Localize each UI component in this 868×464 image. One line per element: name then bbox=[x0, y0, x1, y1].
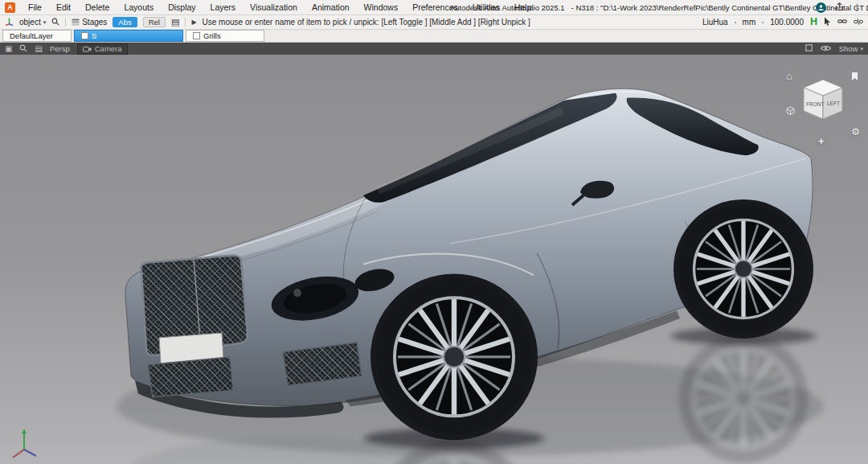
hypershot-badge-icon[interactable]: H bbox=[810, 17, 817, 27]
menu-layouts[interactable]: Layouts bbox=[117, 2, 161, 12]
layer-label: DefaultLayer bbox=[10, 31, 53, 40]
viewport-header: ▣ ▤ Persp Camera Show ▾ bbox=[0, 43, 868, 55]
viewcube[interactable]: FRONT LEFT bbox=[800, 77, 845, 124]
caret-down-icon: ▾ bbox=[43, 19, 47, 26]
separator-dot bbox=[762, 22, 764, 23]
layer-tab-s-selected[interactable]: S bbox=[74, 30, 183, 42]
menu-delete[interactable]: Delete bbox=[78, 2, 117, 12]
orbit-cube-icon[interactable] bbox=[786, 105, 795, 117]
show-menu-button[interactable]: Show ▾ bbox=[839, 44, 863, 53]
viewcube-left-face[interactable]: LEFT bbox=[827, 101, 840, 106]
app-logo-icon[interactable]: A bbox=[5, 2, 15, 13]
move-tool-icon[interactable] bbox=[5, 17, 14, 27]
viewcube-front-face[interactable]: FRONT bbox=[806, 101, 824, 107]
eye-visibility-icon[interactable] bbox=[821, 44, 831, 53]
toolbar-separator bbox=[65, 18, 66, 27]
rel-toggle-button[interactable]: Rel bbox=[143, 17, 166, 27]
user-name-label: LiuHua bbox=[702, 18, 728, 27]
toolbar-separator bbox=[185, 18, 186, 27]
viewport-canvas[interactable]: ⌂ FRONT LEFT ⚙ + bbox=[0, 55, 868, 464]
stages-label: Stages bbox=[82, 18, 107, 27]
menu-file[interactable]: File bbox=[21, 2, 49, 12]
prompt-play-icon: ▶ bbox=[191, 18, 196, 26]
layer-label: Grills bbox=[203, 31, 221, 40]
menubar-right-icons: ⋮ bbox=[816, 0, 862, 14]
zoom-value-label[interactable]: 100.0000 bbox=[770, 18, 804, 27]
units-label[interactable]: mm bbox=[743, 18, 756, 27]
pick-object-label: object bbox=[19, 18, 41, 27]
window-layout-icon[interactable]: ▣ bbox=[5, 45, 12, 53]
link-icon[interactable] bbox=[837, 18, 847, 27]
more-options-icon[interactable]: ⋮ bbox=[853, 3, 862, 12]
show-label: Show bbox=[839, 44, 858, 53]
axis-triad bbox=[6, 427, 43, 461]
menu-visualization[interactable]: Visualization bbox=[243, 2, 305, 12]
layer-visibility-checkbox[interactable] bbox=[81, 32, 88, 39]
layer-label: S bbox=[92, 31, 96, 40]
menu-display[interactable]: Display bbox=[161, 2, 203, 12]
layer-bar: DefaultLayer S Grills bbox=[0, 30, 868, 43]
abs-toggle-button[interactable]: Abs bbox=[113, 17, 137, 27]
toolbar: object ▾ Stages Abs Rel ▤ ▶ Use mouse or… bbox=[0, 15, 868, 30]
zoom-plus-icon[interactable]: + bbox=[818, 136, 825, 146]
menubar: A File Edit Delete Layouts Display Layer… bbox=[0, 0, 868, 15]
menu-animation[interactable]: Animation bbox=[305, 2, 357, 12]
menu-layers[interactable]: Layers bbox=[203, 2, 244, 12]
avatar-icon[interactable] bbox=[816, 2, 826, 13]
home-icon[interactable]: ⌂ bbox=[786, 71, 792, 81]
layer-visibility-checkbox[interactable] bbox=[193, 32, 200, 39]
stages-icon bbox=[72, 18, 80, 26]
viewport-header-right: Show ▾ bbox=[805, 44, 863, 53]
viewport-grid-icon[interactable]: ▤ bbox=[35, 45, 42, 53]
prompt-line-text: Use mouse or enter name of item to pick … bbox=[203, 18, 530, 27]
car-model-render bbox=[0, 55, 868, 464]
menu-windows[interactable]: Windows bbox=[357, 2, 406, 12]
pointer-cursor-icon[interactable] bbox=[824, 17, 831, 27]
table-grid-icon[interactable]: ▤ bbox=[171, 18, 179, 27]
window-title: Autodesk Alias AutoStudio 2025.1 - N318 … bbox=[450, 0, 868, 14]
layer-tab-defaultlayer[interactable]: DefaultLayer bbox=[2, 30, 72, 42]
viewcube-area: ⌂ FRONT LEFT ⚙ + bbox=[786, 69, 860, 146]
menu-edit[interactable]: Edit bbox=[49, 2, 78, 12]
camera-icon bbox=[83, 46, 92, 52]
view-name-label[interactable]: Persp bbox=[50, 44, 70, 53]
bookmark-icon[interactable] bbox=[851, 71, 858, 84]
unlink-icon[interactable] bbox=[854, 18, 863, 27]
camera-label: Camera bbox=[95, 44, 122, 53]
separator-dot bbox=[735, 22, 736, 23]
frame-icon[interactable] bbox=[805, 44, 813, 53]
caret-down-icon: ▾ bbox=[860, 46, 863, 52]
search-icon[interactable] bbox=[51, 18, 59, 27]
stages-button[interactable]: Stages bbox=[72, 18, 107, 27]
layer-tab-grills[interactable]: Grills bbox=[186, 30, 264, 42]
camera-button[interactable]: Camera bbox=[77, 43, 128, 55]
toolbar-right: LiuHua mm 100.0000 H bbox=[702, 17, 863, 27]
rear-wheel bbox=[678, 204, 808, 333]
share-icon[interactable] bbox=[835, 2, 844, 13]
front-wheel bbox=[376, 279, 532, 434]
app-title: Autodesk Alias AutoStudio 2025.1 bbox=[450, 3, 565, 12]
gear-icon[interactable]: ⚙ bbox=[851, 127, 860, 137]
viewport-zoom-icon[interactable] bbox=[19, 44, 27, 54]
pick-object-selector[interactable]: object ▾ bbox=[19, 18, 46, 27]
